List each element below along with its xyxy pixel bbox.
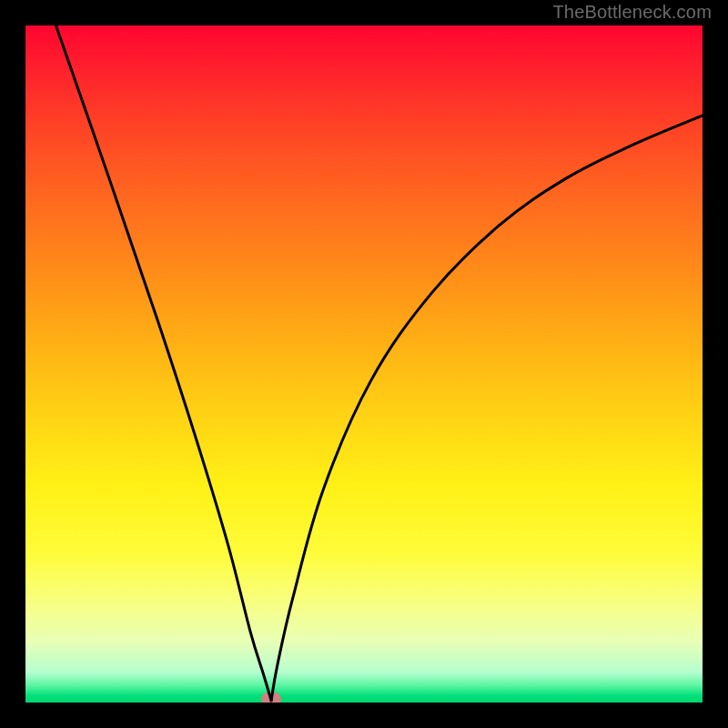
plot-area	[25, 25, 703, 703]
curve-left	[56, 25, 271, 701]
bottleneck-curve	[25, 25, 703, 703]
chart-frame: TheBottleneck.com	[0, 0, 728, 728]
curve-right	[271, 116, 703, 701]
watermark-label: TheBottleneck.com	[552, 2, 712, 23]
